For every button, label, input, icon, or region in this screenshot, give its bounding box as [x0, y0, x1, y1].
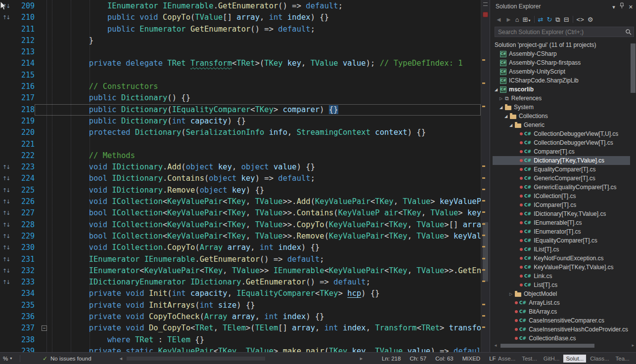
code-line[interactable]: ↑↓210 public void CopyTo(TValue[] array,… [0, 12, 481, 23]
code-line[interactable]: ↑↓223 void IDictionary.Add(object key, o… [0, 162, 481, 173]
tree-item[interactable]: C#Dictionary[TKey,TValue].cs [493, 156, 630, 165]
code-line[interactable]: 238 where TRet : TElem {} [0, 334, 481, 346]
line-number[interactable]: 213 [13, 46, 35, 58]
tree-item[interactable]: C#CaseInsensitiveComparer.cs [493, 316, 630, 325]
tree-item[interactable]: C#GenericEqualityComparer[T].cs [493, 183, 630, 192]
code-line[interactable]: 212 } [0, 35, 481, 46]
code-text[interactable] [35, 70, 481, 81]
editor-vertical-scrollbar[interactable] [481, 0, 490, 352]
code-text[interactable]: private void CopyToCheck(Array array, in… [35, 311, 481, 323]
code-line[interactable]: 217 public Dictionary() {} [0, 92, 481, 104]
usages-nav-icon[interactable]: ↑↓ [0, 277, 13, 288]
code-text[interactable]: IDictionaryEnumerator IDictionary.GetEnu… [35, 277, 481, 288]
tree-item[interactable]: C#Comparer[T].cs [493, 147, 630, 156]
line-number[interactable]: 236 [13, 311, 35, 323]
sync-with-active-document-icon[interactable]: ⇄ [538, 16, 544, 23]
code-text[interactable] [35, 46, 481, 58]
window-position-icon[interactable]: ▾ [612, 4, 615, 10]
tree-item[interactable]: C#IEnumerable[T].cs [493, 218, 630, 227]
line-number[interactable]: 229 [13, 231, 35, 242]
tree-item[interactable]: C#Assembly-UnityScript [493, 67, 630, 76]
code-line[interactable]: 222 // Methods [0, 150, 481, 162]
fold-collapse-icon[interactable]: − [42, 325, 47, 331]
line-number[interactable]: 228 [13, 219, 35, 231]
status-field[interactable]: MIXED [462, 356, 480, 362]
line-number[interactable]: 215 [13, 70, 35, 81]
collapsed-icon[interactable]: ▷ [500, 96, 505, 101]
code-line[interactable]: 211 public Enumerator GetEnumerator() =>… [0, 24, 481, 35]
panel-tab[interactable]: Solut... [563, 355, 586, 363]
tree-item[interactable]: C#IDictionary[TKey,TValue].cs [493, 209, 630, 218]
tree-item[interactable]: C#KeyNotFoundException.cs [493, 254, 630, 263]
line-number[interactable]: 211 [13, 24, 35, 35]
code-text[interactable]: private void Init(int capacity, IEqualit… [35, 288, 481, 299]
status-field[interactable]: LF [489, 356, 496, 362]
close-icon[interactable]: ✕ [629, 4, 633, 10]
code-line[interactable]: 213 [0, 46, 481, 58]
line-number[interactable]: 219 [13, 116, 35, 127]
nest-files-icon[interactable]: ⧉ [555, 16, 560, 23]
tree-item[interactable]: C#IList[T].cs [493, 245, 630, 254]
tree-item[interactable]: C#IEqualityComparer[T].cs [493, 236, 630, 245]
code-text[interactable]: private void Do_CopyTo<TRet, TElem>(TEle… [35, 323, 481, 334]
code-text[interactable]: } [35, 35, 481, 46]
line-number[interactable]: 230 [13, 242, 35, 253]
code-text[interactable]: public Dictionary(int capacity) {} [35, 116, 481, 127]
hscroll-left-icon[interactable]: ◄ [119, 353, 123, 364]
tree-item[interactable]: C#GenericComparer[T].cs [493, 174, 630, 183]
tree-item[interactable]: C#ICSharpCode.SharpZipLib [493, 76, 630, 85]
code-text[interactable]: void IDictionary.Add(object key, object … [35, 162, 481, 173]
usages-nav-icon[interactable]: ↑↓ [0, 254, 13, 265]
tree-item[interactable]: C#Assembly-CSharp [493, 49, 630, 58]
status-field[interactable]: Ln: 218 [382, 356, 401, 362]
code-line[interactable]: 234 private void Init(int capacity, IEqu… [0, 288, 481, 299]
line-number[interactable]: 227 [13, 207, 35, 219]
usages-nav-icon[interactable]: ↑↓ [0, 12, 13, 23]
view-code-icon[interactable]: <> [577, 16, 584, 23]
usages-nav-icon[interactable]: ↑↓ [0, 173, 13, 184]
line-number[interactable]: 209 [13, 0, 35, 12]
panel-title-bar[interactable]: Solution Explorer ▾✕ [493, 0, 636, 13]
collapse-all-icon[interactable]: ⊟ [564, 16, 569, 23]
editor-horizontal-scrollbar[interactable] [127, 356, 357, 361]
line-number[interactable]: 238 [13, 334, 35, 346]
code-text[interactable]: IEnumerator<KeyValuePair<TKey, TValue>> … [35, 265, 481, 277]
tree-horizontal-scrollbar[interactable]: ◄ ► [494, 343, 635, 349]
code-text[interactable]: IEnumerator IEnumerable.GetEnumerator() … [35, 0, 481, 12]
code-text[interactable] [35, 139, 481, 150]
code-text[interactable]: where TRet : TElem {} [35, 334, 481, 346]
code-line[interactable]: ↑↓224 bool IDictionary.Contains(object k… [0, 173, 481, 184]
usages-nav-icon[interactable]: ↑↓ [0, 162, 13, 173]
zoom-control[interactable]: % ▾ [3, 353, 12, 364]
tree-item[interactable]: ◢C#mscorlib [493, 85, 630, 94]
tree-item[interactable]: ◢Generic [493, 121, 630, 129]
line-number[interactable]: 237 [13, 323, 35, 334]
line-number[interactable]: 231 [13, 254, 35, 265]
line-number[interactable]: 233 [13, 277, 35, 288]
tree-item[interactable]: C#CollectionDebuggerView[T].cs [493, 138, 630, 147]
line-number[interactable]: 222 [13, 150, 35, 162]
code-text[interactable]: public void CopyTo(TValue[] array, int i… [35, 12, 481, 23]
panel-tab[interactable]: Tea... [613, 355, 632, 363]
search-input[interactable] [497, 28, 625, 36]
scroll-left-icon[interactable]: ◄ [494, 343, 498, 348]
code-line[interactable]: ↑↓226 void ICollection<KeyValuePair<TKey… [0, 196, 481, 207]
line-number[interactable]: 220 [13, 127, 35, 138]
expanded-icon[interactable]: ◢ [509, 123, 515, 127]
tree-item[interactable]: ▷ObjectModel [493, 289, 630, 298]
error-marker-icon[interactable] [483, 12, 488, 17]
code-line[interactable]: −237 private void Do_CopyTo<TRet, TElem>… [0, 323, 481, 334]
tree-item[interactable]: C#KeyValuePair[TKey,TValue].cs [493, 263, 630, 272]
code-line[interactable]: 218 public Dictionary(IEqualityComparer<… [0, 104, 481, 116]
tree-item[interactable]: ◢System [493, 103, 630, 112]
expanded-icon[interactable]: ◢ [495, 87, 500, 92]
code-line[interactable]: ↑↓232 IEnumerator<KeyValuePair<TKey, TVa… [0, 265, 481, 277]
tree-item[interactable]: C#Assembly-CSharp-firstpass [493, 58, 630, 67]
line-number[interactable]: 234 [13, 288, 35, 299]
line-number[interactable]: 232 [13, 265, 35, 277]
line-number[interactable]: 223 [13, 162, 35, 173]
expanded-icon[interactable]: ◢ [500, 105, 505, 110]
line-number[interactable]: 235 [13, 300, 35, 311]
code-line[interactable]: ↑↓231 IEnumerator IEnumerable.GetEnumera… [0, 254, 481, 265]
line-number[interactable]: 224 [13, 173, 35, 184]
